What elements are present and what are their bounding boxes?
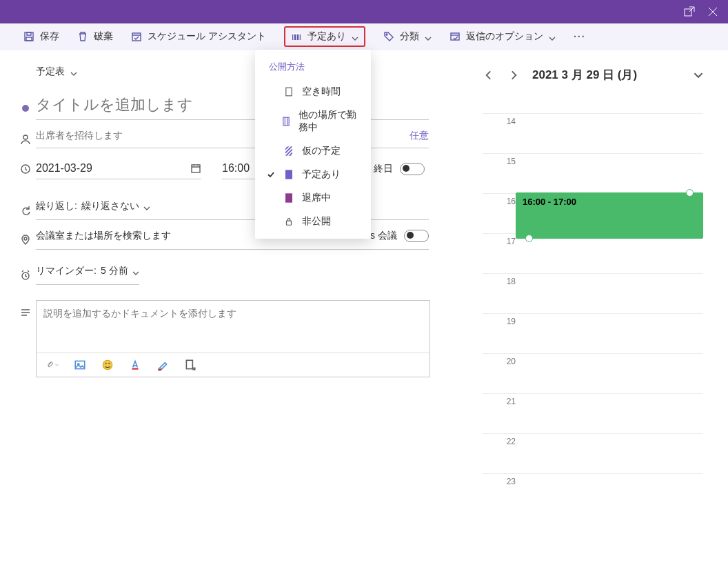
option-label: 空き時間 [302, 86, 341, 98]
chevron-down-icon [132, 268, 139, 275]
prev-day-button[interactable] [483, 69, 495, 81]
option-label: 仮の予定 [302, 145, 341, 157]
save-label: 保存 [40, 30, 59, 43]
status-swatch-icon [284, 146, 294, 156]
tag-icon [383, 31, 394, 42]
reminder-icon [15, 270, 36, 281]
show-as-option[interactable]: 空き時間 [255, 80, 371, 103]
save-icon [23, 31, 34, 42]
window-titlebar [0, 0, 728, 23]
reminder-picker[interactable]: リマインダー: 5 分前 [36, 265, 139, 285]
hour-row[interactable]: 17 [483, 233, 703, 273]
busy-status-button[interactable]: 予定あり [284, 26, 365, 47]
hour-row[interactable]: 18 [483, 273, 703, 313]
svg-rect-4 [132, 33, 141, 41]
svg-point-12 [24, 237, 27, 240]
svg-point-17 [105, 363, 107, 364]
calendar-picker-label: 予定表 [36, 66, 65, 78]
hour-row[interactable]: 19 [483, 313, 703, 353]
location-input[interactable]: 会議室または場所を検索します [36, 230, 171, 242]
emoji-icon[interactable] [101, 359, 114, 371]
svg-rect-14 [75, 361, 85, 368]
trash-icon [77, 31, 88, 42]
svg-rect-24 [285, 170, 292, 179]
description-placeholder: 説明を追加するかドキュメントを添付します [43, 308, 236, 320]
insert-icon[interactable] [184, 359, 196, 371]
show-as-option[interactable]: 仮の予定 [255, 139, 371, 163]
chevron-down-icon [425, 33, 432, 40]
option-label: 他の場所で勤務中 [299, 109, 363, 134]
chevron-down-icon [70, 68, 77, 75]
people-icon [15, 134, 36, 145]
hour-row[interactable]: 23 [483, 473, 703, 513]
event-form: 予定表 出席者を招待します 任意 2021-03-29 [0, 50, 483, 565]
chevron-down-icon[interactable] [694, 70, 703, 80]
calendar-picker[interactable]: 予定表 [15, 66, 483, 78]
hour-row[interactable]: 22 [483, 433, 703, 473]
hour-label: 15 [483, 154, 523, 193]
attendees-placeholder: 出席者を招待します [36, 130, 123, 142]
response-options-button[interactable]: 返信のオプション [449, 30, 556, 43]
show-as-option[interactable]: 他の場所で勤務中 [255, 103, 371, 139]
chevron-down-icon [352, 33, 358, 40]
svg-point-16 [103, 360, 112, 370]
response-options-label: 返信のオプション [466, 30, 543, 43]
editor-toolbar [37, 353, 429, 377]
hour-label: 17 [483, 234, 523, 273]
next-day-button[interactable] [507, 69, 520, 81]
resize-handle-bottom[interactable] [525, 235, 533, 242]
save-button[interactable]: 保存 [23, 30, 59, 43]
discard-button[interactable]: 破棄 [77, 30, 113, 43]
attach-icon[interactable] [46, 359, 59, 371]
description-editor[interactable]: 説明を追加するかドキュメントを添付します [36, 300, 430, 377]
reminder-value: 5 分前 [101, 265, 128, 277]
recurrence-value: 繰り返さない [81, 200, 139, 212]
svg-point-8 [23, 135, 28, 139]
font-color-icon[interactable] [129, 359, 141, 371]
svg-rect-10 [192, 165, 200, 172]
categorize-button[interactable]: 分類 [383, 30, 432, 43]
chevron-down-icon [549, 33, 556, 40]
categorize-label: 分類 [400, 30, 419, 43]
time-grid[interactable]: 14151617181920212223 16:00 - 17:00 [483, 113, 703, 513]
discard-label: 破棄 [94, 30, 113, 43]
more-button[interactable]: ··· [574, 31, 586, 42]
calendar-check-icon [131, 31, 142, 42]
svg-rect-20 [186, 360, 192, 368]
start-date-input[interactable]: 2021-03-29 [36, 158, 201, 179]
repeat-icon [15, 205, 36, 216]
show-as-option[interactable]: 予定あり [255, 163, 371, 186]
resize-handle-top[interactable] [686, 189, 694, 197]
day-calendar: 2021 3 月 29 日 (月) 14151617181920212223 1… [483, 50, 728, 565]
svg-rect-26 [287, 221, 292, 225]
show-as-option[interactable]: 非公開 [255, 210, 371, 233]
allday-toggle[interactable] [400, 163, 425, 175]
teams-meeting-toggle[interactable] [404, 230, 429, 242]
hour-label: 18 [483, 274, 523, 313]
chevron-down-icon [143, 203, 150, 210]
ink-icon[interactable] [156, 359, 169, 371]
svg-rect-2 [27, 32, 31, 35]
option-label: 退席中 [302, 192, 331, 204]
day-date-label: 2021 3 月 29 日 (月) [532, 67, 681, 83]
optional-attendees-link[interactable]: 任意 [410, 130, 429, 142]
hour-row[interactable]: 14 [483, 113, 703, 153]
picture-icon[interactable] [74, 359, 86, 371]
show-as-option[interactable]: 退席中 [255, 186, 371, 210]
description-icon [15, 300, 36, 318]
svg-rect-3 [26, 37, 32, 41]
popout-icon[interactable] [684, 6, 695, 17]
recurrence-label: 繰り返し: [36, 200, 77, 212]
scheduling-assistant-button[interactable]: スケジュール アシスタント [131, 30, 266, 43]
hour-row[interactable]: 20 [483, 353, 703, 393]
status-swatch-icon [284, 87, 294, 97]
status-swatch-icon [284, 193, 294, 203]
hour-row[interactable]: 15 [483, 153, 703, 193]
hour-label: 14 [483, 114, 523, 153]
hour-label: 20 [483, 354, 523, 393]
close-icon[interactable] [707, 6, 718, 17]
svg-rect-25 [285, 193, 292, 202]
hour-row[interactable]: 21 [483, 393, 703, 433]
svg-rect-21 [286, 88, 292, 96]
calendar-event-block[interactable]: 16:00 - 17:00 [516, 192, 703, 239]
